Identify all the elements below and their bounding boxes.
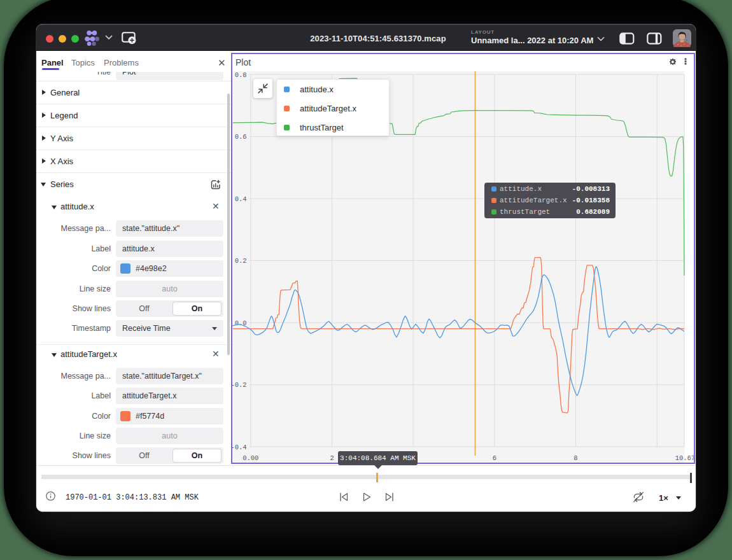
svg-text:0.00: 0.00 xyxy=(243,454,258,462)
svg-text:-0.2: -0.2 xyxy=(232,381,247,389)
svg-text:0.2: 0.2 xyxy=(235,257,247,265)
svg-text:0.6: 0.6 xyxy=(235,133,247,141)
svg-text:-0.4: -0.4 xyxy=(232,444,247,451)
svg-text:0.8: 0.8 xyxy=(235,71,247,79)
svg-text:0.4: 0.4 xyxy=(235,195,247,203)
svg-text:10.67: 10.67 xyxy=(675,454,694,462)
svg-text:2: 2 xyxy=(330,454,334,462)
svg-text:8: 8 xyxy=(574,454,577,462)
svg-text:6: 6 xyxy=(493,454,496,462)
